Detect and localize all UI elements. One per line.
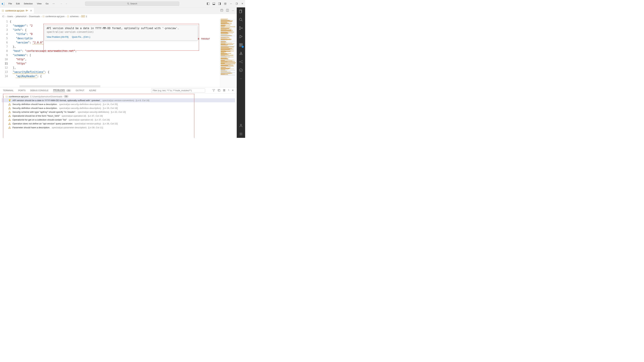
code-area[interactable]: { "swagger": "2 "info": { "title": "D "d… — [10, 19, 220, 87]
problems-file-row[interactable]: ⌄ { } conference-api.json C:\Users\julia… — [2, 95, 235, 98]
filter-icon[interactable] — [212, 89, 215, 92]
problem-item[interactable]: 💡API version should be a date in YYYY-MM… — [2, 98, 235, 102]
problems-count-badge: 73 — [66, 89, 71, 92]
run-debug-icon[interactable] — [238, 34, 244, 39]
problem-message: Parameter should have a description. — [12, 126, 50, 129]
breadcrumb-part[interactable]: conference-api.json — [46, 15, 64, 18]
problem-message: OperationId for get on a collection shou… — [12, 118, 67, 121]
svg-point-52 — [242, 62, 242, 63]
svg-rect-46 — [240, 43, 241, 45]
layout-left-icon[interactable] — [207, 2, 210, 5]
title-controls: ─ ✕ — [207, 2, 244, 5]
window-minimize-icon[interactable]: ─ — [230, 2, 232, 5]
hover-source: spectral(az-version-convention) — [47, 30, 94, 33]
source-control-icon[interactable] — [238, 25, 244, 31]
problem-item[interactable]: Security scheme with type "apiKey" shoul… — [2, 110, 235, 114]
menu-go[interactable]: Go — [44, 2, 50, 5]
accounts-icon[interactable] — [238, 123, 244, 128]
panel-close-icon[interactable]: ✕ — [232, 89, 234, 92]
nav-forward-icon[interactable]: → — [64, 2, 68, 5]
settings-gear-icon[interactable] — [238, 131, 244, 136]
hover-quick-fix[interactable]: Quick Fix... (Ctrl+.) — [72, 35, 90, 39]
warning-icon — [8, 126, 11, 129]
menu-selection[interactable]: Selection — [22, 2, 34, 5]
svg-rect-49 — [241, 43, 242, 45]
command-center-search[interactable]: Search — [85, 1, 179, 6]
problem-message: Operation does not define an "api-versio… — [12, 122, 73, 125]
panel-tab-ports[interactable]: PORTS — [18, 89, 26, 92]
layout-right-icon[interactable] — [218, 2, 221, 5]
breadcrumb-part[interactable]: Downloads — [29, 15, 40, 18]
hover-view-problem[interactable]: View Problem (Alt+F8) — [47, 35, 68, 39]
chevron-down-icon[interactable]: ⌄ — [2, 95, 4, 98]
problem-item[interactable]: Security definition should have a descri… — [2, 106, 235, 110]
problems-list: ⌄ { } conference-api.json C:\Users\julia… — [0, 94, 237, 138]
search-icon[interactable] — [238, 17, 244, 22]
svg-point-56 — [240, 124, 242, 126]
panel-tab-terminal[interactable]: TERMINAL — [3, 89, 14, 92]
svg-rect-8 — [224, 2, 225, 3]
testing-icon[interactable] — [238, 68, 244, 73]
problem-item[interactable]: Operation does not define an "api-versio… — [2, 122, 235, 126]
problem-item[interactable]: Parameter should have a description.spec… — [2, 126, 235, 129]
breadcrumb-part[interactable]: juliamuiruri — [16, 15, 26, 18]
problem-item[interactable]: OperationId for get on a collection shou… — [2, 118, 235, 122]
bottom-panel: TERMINAL PORTS DEBUG CONSOLE PROBLEMS 73… — [0, 87, 237, 138]
view-as-tree-icon[interactable] — [223, 89, 226, 92]
run-file-icon[interactable] — [220, 9, 223, 12]
problem-source: spectral(az-security-definition-descript… — [59, 107, 101, 109]
svg-point-51 — [242, 60, 242, 61]
svg-line-54 — [240, 62, 242, 63]
warning-icon — [8, 111, 11, 113]
more-icon[interactable]: ⋯ — [238, 76, 244, 81]
titlebar: File Edit Selection View Go ⋯ ← → Search… — [0, 0, 245, 7]
problems-filter-input[interactable] — [151, 88, 205, 93]
breadcrumb-part[interactable]: schemes — [70, 15, 79, 18]
graph-icon[interactable] — [238, 59, 244, 64]
tab-close-icon[interactable]: ✕ — [30, 9, 32, 12]
panel-maximize-icon[interactable]: ^ — [228, 89, 229, 92]
extensions-icon[interactable]: 1 — [238, 42, 244, 47]
svg-rect-47 — [240, 45, 241, 46]
panel-tab-azure[interactable]: AZURE — [89, 89, 96, 92]
breadcrumb-part[interactable]: C: — [2, 15, 4, 18]
panel-tab-debug-console[interactable]: DEBUG CONSOLE — [30, 89, 49, 92]
menu-file[interactable]: File — [7, 2, 14, 5]
svg-line-41 — [242, 20, 242, 21]
tab-label: conference-api.json — [5, 9, 24, 12]
problem-item[interactable]: Security definition should have a descri… — [2, 102, 235, 106]
menu-edit[interactable]: Edit — [14, 2, 22, 5]
search-placeholder: Search — [130, 2, 137, 5]
minimap[interactable] — [220, 19, 237, 87]
breadcrumb-part[interactable]: Users — [7, 15, 13, 18]
warning-icon — [8, 103, 11, 105]
editor-actions: ⋯ — [218, 7, 237, 14]
panel-tab-problems[interactable]: PROBLEMS — [53, 89, 65, 92]
collapse-all-icon[interactable] — [218, 89, 220, 92]
layout-bottom-icon[interactable] — [212, 2, 215, 5]
tab-conference-api[interactable]: { } conference-api.json 9+ ✕ — [0, 7, 34, 14]
split-editor-icon[interactable] — [226, 9, 229, 12]
breadcrumb-part[interactable]: 1 — [86, 15, 87, 18]
menu-more-icon[interactable]: ⋯ — [51, 2, 56, 5]
problem-item[interactable]: OperationId should be of the form "Noun_… — [2, 114, 235, 118]
nav-back-icon[interactable]: ← — [60, 2, 63, 5]
panel-tab-output[interactable]: OUTPUT — [76, 89, 84, 92]
breadcrumb[interactable]: C:› Users› juliamuiruri› Downloads› { } … — [0, 14, 237, 19]
editor[interactable]: 1234567891011121314 { "swagger": "2 "inf… — [0, 19, 237, 87]
customize-layout-icon[interactable] — [224, 2, 226, 5]
svg-rect-3 — [207, 2, 208, 5]
menu-view[interactable]: View — [35, 2, 43, 5]
svg-point-45 — [240, 37, 240, 38]
window-close-icon[interactable]: ✕ — [241, 2, 244, 5]
problem-source: spectral(az-security-definition-descript… — [59, 103, 101, 105]
editor-more-icon[interactable]: ⋯ — [232, 9, 234, 12]
hover-message: API version should be a date in YYYY-MM-… — [47, 26, 196, 34]
azure-icon[interactable] — [238, 51, 244, 56]
extensions-badge: 1 — [242, 46, 244, 48]
explorer-icon[interactable] — [238, 9, 244, 14]
problem-location: [Ln 6, Col 16] — [136, 99, 149, 102]
svg-rect-11 — [226, 4, 226, 5]
window-restore-icon[interactable] — [236, 2, 238, 5]
horizontal-scrollbar[interactable] — [20, 85, 100, 87]
